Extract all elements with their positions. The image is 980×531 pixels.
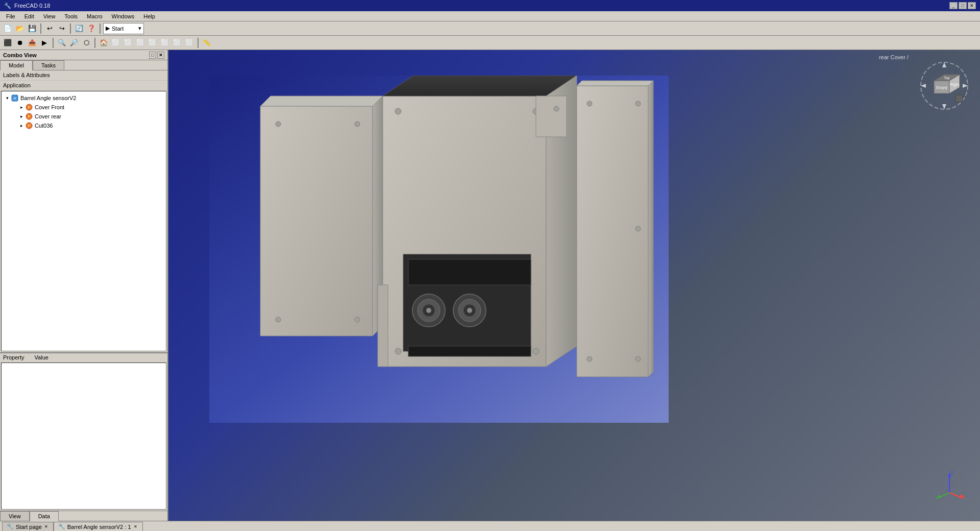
svg-text:Y: Y [935,495,938,500]
svg-text:Front: Front [936,85,947,90]
svg-text:P: P [28,106,31,109]
menu-view[interactable]: View [39,12,60,20]
toolbar2-separator-1 [53,38,54,48]
tree-item-cover-rear[interactable]: ▸ P Cover rear [4,112,164,121]
tree-item-cut036[interactable]: ▸ P Cut036 [4,121,164,130]
property-table [1,363,166,510]
toolbar2-separator-2 [94,38,95,48]
measure-button[interactable]: 📏 [201,37,212,49]
workbench-arrow: ▾ [138,25,141,32]
top-right-viewport-info: rear Cover / [879,54,909,60]
new-button[interactable]: 📄 [2,23,13,34]
tree-expand-cover-front[interactable]: ▸ [18,104,25,111]
home-view-button[interactable]: 🏠 [98,37,109,49]
app-icon: 🔧 [4,3,11,9]
workbench-icon: ▶ [106,25,110,32]
record-button[interactable]: ⏺ [14,37,26,49]
back-view-button[interactable]: ⬜ [159,37,170,49]
menu-macro[interactable]: Macro [83,12,107,20]
menu-windows[interactable]: Windows [108,12,139,20]
tasks-tab[interactable]: Tasks [33,60,64,70]
bottom-view-button[interactable]: ⬜ [172,37,183,49]
tree-root-item[interactable]: ▾ A Barrel Angle sensorV2 [4,93,164,103]
rear-cover-text: rear Cover / [879,54,909,60]
svg-marker-11 [260,96,383,106]
stop-button[interactable]: ⬛ [2,37,13,49]
fit-sel-button[interactable]: 🔎 [68,37,80,49]
toolbar1: 📄 📂 💾 ↩ ↪ 🔄 ❓ ▶ Start ▾ [0,21,980,36]
svg-point-13 [355,122,360,127]
model-tab-close[interactable]: ✕ [133,524,138,529]
svg-text:P: P [28,115,31,118]
svg-rect-20 [408,259,531,285]
menu-tools[interactable]: Tools [60,12,82,20]
view-tab[interactable]: View [0,511,30,521]
refresh-button[interactable]: 🔄 [74,23,85,34]
data-tab[interactable]: Data [30,511,59,521]
svg-marker-47 [942,104,946,109]
property-header: Property Value [0,353,167,361]
toolbar-separator-1 [40,23,41,34]
property-view-tabs: View Data [0,511,167,521]
start-page-tab-close[interactable]: ✕ [44,524,49,529]
labels-area: Labels & Attributes [0,70,167,81]
menubar: File Edit View Tools Macro Windows Help [0,11,980,21]
start-page-tab[interactable]: 🔧 Start page ✕ [2,522,54,531]
svg-marker-37 [577,81,653,86]
model-tab-icon: 🔧 [58,523,65,530]
toolbar2-separator-3 [198,38,199,48]
help-button[interactable]: ❓ [86,23,97,34]
workbench-dropdown[interactable]: ▶ Start ▾ [103,23,144,34]
value-col-header: Value [35,354,48,360]
combo-close-button[interactable]: ✕ [157,52,164,59]
view-box-button[interactable]: ⬡ [81,37,92,49]
left-view-button[interactable]: ⬜ [147,37,158,49]
tree-item-cover-front[interactable]: ▸ P Cover Front [4,103,164,112]
combo-view-title: Combo View [3,52,37,58]
front-view-button[interactable]: ⬜ [110,37,121,49]
open-button[interactable]: 📂 [14,23,26,34]
redo-button[interactable]: ↪ [56,23,67,34]
undo-button[interactable]: ↩ [44,23,55,34]
model-tab-bottom[interactable]: 🔧 Barrel Angle sensorV2 : 1 ✕ [54,522,143,531]
svg-point-14 [276,317,281,322]
svg-rect-44 [378,285,388,367]
save-button[interactable]: 💾 [27,23,38,34]
tree-area[interactable]: ▾ A Barrel Angle sensorV2 ▸ P Cover Fron… [1,91,166,351]
combo-float-button[interactable]: □ [149,52,156,59]
nav-cube[interactable]: Front Right Top [919,60,970,111]
tree-icon-cut036: P [25,122,33,130]
iso-view-button[interactable]: ⬜ [184,37,195,49]
start-page-tab-label: Start page [16,524,42,530]
svg-point-32 [395,348,401,354]
svg-rect-29 [408,346,531,356]
tree-expand-root[interactable]: ▾ [4,94,11,102]
titlebar-left: 🔧 FreeCAD 0.18 [4,3,50,9]
model-tab[interactable]: Model [0,60,33,70]
svg-point-33 [533,348,539,354]
close-button[interactable]: ✕ [968,2,976,9]
tree-expand-cut036[interactable]: ▸ [18,122,25,129]
tree-label-cover-rear: Cover rear [35,113,61,119]
macro-open-button[interactable]: 📤 [27,37,38,49]
tree-label-cover-front: Cover Front [35,104,64,110]
menu-file[interactable]: File [2,12,19,20]
svg-point-28 [467,308,472,313]
tree-expand-cover-rear[interactable]: ▸ [18,113,25,120]
toolbar-separator-3 [100,23,101,34]
combo-controls[interactable]: □ ✕ [149,52,164,59]
titlebar-controls[interactable]: _ □ ✕ [949,2,976,9]
top-view-button[interactable]: ⬜ [122,37,134,49]
viewport[interactable]: Front Right Top Z X [168,50,980,521]
menu-edit[interactable]: Edit [20,12,38,20]
play-button[interactable]: ▶ [39,37,50,49]
tree-label-cut036: Cut036 [35,123,53,129]
menu-help[interactable]: Help [139,12,159,20]
minimize-button[interactable]: _ [949,2,958,9]
fit-all-button[interactable]: 🔍 [56,37,67,49]
application-label: Application [0,81,167,90]
maximize-button[interactable]: □ [959,2,967,9]
right-view-button[interactable]: ⬜ [135,37,146,49]
svg-point-24 [426,308,431,313]
titlebar: 🔧 FreeCAD 0.18 _ □ ✕ [0,0,980,11]
